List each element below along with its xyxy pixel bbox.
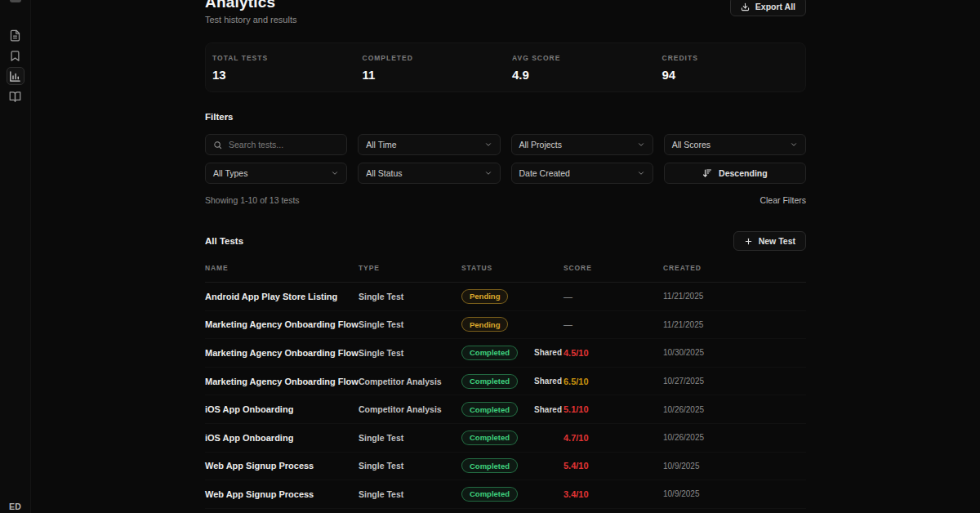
dropdown-selected-value: All Status (366, 168, 402, 178)
sort-direction-button[interactable]: Descending (664, 163, 806, 184)
test-row[interactable]: Marketing Agency Onboarding FlowSingle T… (205, 311, 806, 340)
showing-count-text: Showing 1-10 of 13 tests (205, 195, 300, 205)
filter-dropdown-all-scores[interactable]: All Scores (664, 134, 806, 155)
plus-icon (744, 237, 753, 246)
test-name: iOS App Onboarding (205, 404, 359, 414)
test-row[interactable]: Android App Play Store ListingSingle Tes… (205, 509, 806, 513)
status-badge: Pending (461, 317, 508, 332)
status-badge: Pending (461, 289, 508, 304)
stat-card: COMPLETED 11 (356, 54, 506, 82)
page-title: Analytics (205, 0, 297, 11)
status-badge: Completed (461, 430, 518, 445)
chevron-down-icon (637, 141, 645, 149)
test-score: 4.5/10 (564, 348, 663, 358)
stat-value: 4.9 (512, 68, 656, 82)
stat-value: 94 (662, 68, 806, 82)
test-type: Single Test (359, 348, 461, 358)
sidebar-top-icon-partial (10, 0, 21, 2)
test-status-cell: CompletedShared (461, 374, 564, 389)
avatar[interactable]: ED (0, 502, 30, 511)
column-header: TYPE (359, 264, 461, 272)
bar-chart-icon (9, 70, 21, 83)
test-status-cell: Completed (461, 458, 564, 473)
filter-dropdown-all-types[interactable]: All Types (205, 163, 347, 184)
test-name: Android App Play Store Listing (205, 292, 359, 301)
test-status-cell: Completed (461, 430, 564, 445)
test-type: Single Test (359, 433, 461, 443)
results-summary-row: Showing 1-10 of 13 tests Clear Filters (205, 195, 806, 205)
filter-grid: Descending All TimeAll ProjectsAll Score… (205, 134, 806, 184)
dropdown-selected-value: All Types (213, 168, 247, 178)
test-status-cell: Completed (461, 487, 564, 502)
filter-dropdown-all-projects[interactable]: All Projects (511, 134, 653, 155)
test-type: Single Test (359, 461, 461, 471)
test-score: 4.7/10 (564, 433, 663, 443)
test-type: Competitor Analysis (359, 377, 461, 386)
test-row[interactable]: iOS App OnboardingSingle TestCompleted4.… (205, 424, 806, 453)
status-badge: Completed (461, 487, 518, 502)
test-row[interactable]: Web App Signup ProcessSingle TestComplet… (205, 480, 806, 509)
test-type: Single Test (359, 489, 461, 499)
shared-label: Shared (534, 405, 562, 414)
test-row[interactable]: Marketing Agency Onboarding FlowSingle T… (205, 339, 806, 368)
chevron-down-icon (790, 141, 798, 149)
test-score: 5.1/10 (564, 404, 663, 414)
dropdown-selected-value: All Time (366, 140, 396, 149)
filter-dropdown-all-status[interactable]: All Status (358, 163, 500, 184)
chevron-down-icon (484, 169, 492, 177)
app-root: ED Analytics Test history and results Ex… (0, 0, 980, 513)
test-created-date: 10/26/2025 (663, 405, 806, 414)
new-test-button[interactable]: New Test (733, 231, 806, 251)
test-row[interactable]: Marketing Agency Onboarding FlowCompetit… (205, 368, 806, 396)
status-badge: Completed (461, 346, 518, 360)
test-created-date: 10/9/2025 (663, 489, 806, 498)
sidebar-item-documents[interactable] (7, 26, 24, 44)
test-row[interactable]: iOS App OnboardingCompetitor AnalysisCom… (205, 395, 806, 424)
test-name: Marketing Agency Onboarding Flow (205, 377, 359, 386)
dropdown-selected-value: All Projects (519, 140, 563, 149)
dropdown-selected-value: All Scores (672, 140, 710, 149)
export-all-label: Export All (755, 2, 795, 11)
stat-value: 11 (363, 68, 506, 82)
stats-panel: TOTAL TESTS 13COMPLETED 11AVG SCORE 4.9C… (205, 42, 806, 92)
filter-dropdown-all-time[interactable]: All Time (358, 134, 500, 155)
search-input[interactable] (229, 140, 339, 149)
page-subtitle: Test history and results (205, 15, 297, 25)
test-type: Single Test (359, 319, 461, 329)
clear-filters-button[interactable]: Clear Filters (760, 195, 806, 205)
export-all-button[interactable]: Export All (730, 0, 806, 16)
column-header: NAME (205, 264, 359, 272)
test-row[interactable]: Android App Play Store ListingSingle Tes… (205, 283, 806, 311)
test-type: Single Test (359, 292, 461, 301)
sidebar-item-analytics[interactable] (7, 67, 24, 85)
test-status-cell: Pending (461, 317, 564, 332)
test-type: Competitor Analysis (359, 404, 461, 414)
stat-card: TOTAL TESTS 13 (206, 54, 356, 82)
search-input-wrapper[interactable] (205, 134, 347, 155)
sort-descending-icon (702, 168, 712, 178)
test-score: — (564, 292, 663, 301)
test-name: Web App Signup Process (205, 461, 359, 471)
test-score: — (564, 319, 663, 329)
test-created-date: 10/9/2025 (663, 462, 806, 471)
sidebar: ED (0, 0, 31, 513)
sidebar-item-library[interactable] (7, 87, 24, 105)
tests-section-header: All Tests New Test (205, 231, 806, 251)
test-score: 6.5/10 (564, 377, 663, 386)
shared-label: Shared (534, 348, 562, 357)
status-badge: Completed (461, 458, 518, 473)
test-row[interactable]: Web App Signup ProcessSingle TestComplet… (205, 453, 806, 481)
sort-direction-label: Descending (719, 168, 768, 178)
stat-label: AVG SCORE (512, 54, 656, 62)
tests-section-title: All Tests (205, 236, 243, 246)
test-name: iOS App Onboarding (205, 433, 359, 443)
stat-label: CREDITS (662, 54, 806, 62)
test-created-date: 10/30/2025 (663, 348, 806, 357)
stat-card: AVG SCORE 4.9 (506, 54, 656, 82)
filter-dropdown-date-created[interactable]: Date Created (511, 163, 653, 184)
table-header: NAMETYPESTATUSSCORECREATED (205, 264, 806, 283)
test-name: Web App Signup Process (205, 489, 359, 499)
sidebar-item-bookmarks[interactable] (7, 47, 24, 65)
status-badge: Completed (461, 402, 518, 417)
test-created-date: 10/26/2025 (663, 433, 806, 442)
